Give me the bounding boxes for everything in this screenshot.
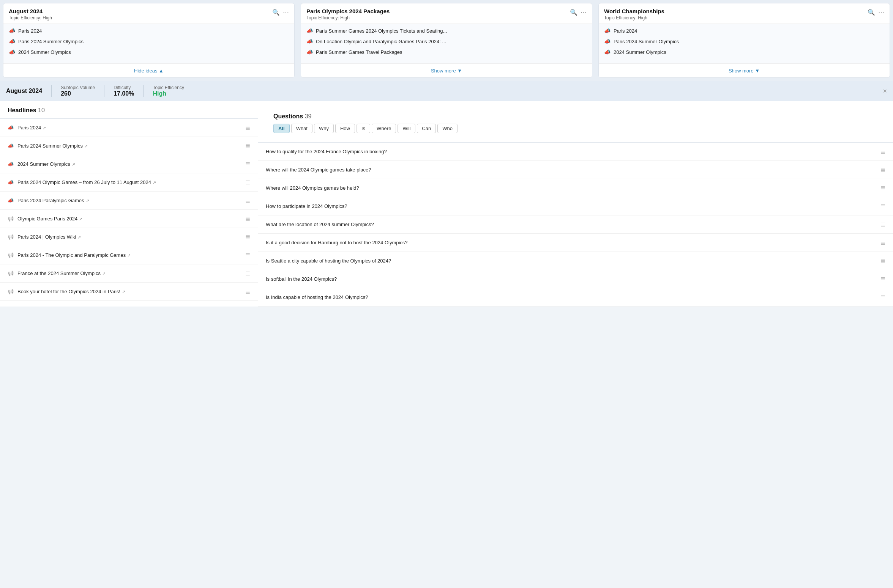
add-to-list-icon[interactable]: ≣ <box>245 288 250 295</box>
megaphone-icon: 📣 <box>8 143 14 149</box>
megaphone-icon: 📣 <box>8 179 14 185</box>
headline-item: 📣Paris 2024↗≣ <box>0 119 258 137</box>
megaphone-icon: 📣 <box>9 38 15 44</box>
show-more-link[interactable]: Show more ▼ <box>431 68 462 74</box>
search-icon[interactable]: 🔍 <box>868 9 875 16</box>
add-question-icon[interactable]: ≣ <box>880 166 885 173</box>
close-button[interactable]: × <box>883 87 887 95</box>
add-question-icon[interactable]: ≣ <box>880 184 885 192</box>
question-text: Is softball in the 2024 Olympics? <box>266 276 337 282</box>
search-icon[interactable]: 🔍 <box>570 9 577 16</box>
card-footer: Show more ▼ <box>599 63 890 77</box>
add-to-list-icon[interactable]: ≣ <box>245 142 250 149</box>
more-icon[interactable]: ⋯ <box>878 9 884 16</box>
question-text: Is Seattle a city capable of hosting the… <box>266 258 391 264</box>
search-icon[interactable]: 🔍 <box>272 9 280 16</box>
external-link-icon[interactable]: ↗ <box>72 162 75 167</box>
card-world-championships: World Championships Topic Efficiency: Hi… <box>598 3 890 78</box>
question-text: How to participate in 2024 Olympics? <box>266 203 347 209</box>
card-efficiency: Topic Efficiency: High <box>604 15 664 20</box>
list-item: 📣 2024 Summer Olympics <box>9 49 289 55</box>
add-question-icon[interactable]: ≣ <box>880 294 885 301</box>
add-to-list-icon[interactable]: ≣ <box>245 215 250 222</box>
stats-subtopic-volume: Subtopic Volume 260 <box>51 85 104 97</box>
card-header: August 2024 Topic Efficiency: High 🔍 ⋯ <box>3 3 294 24</box>
card-header: World Championships Topic Efficiency: Hi… <box>599 3 890 24</box>
megaphone-outline-icon: 📢 <box>8 252 14 258</box>
add-to-list-icon[interactable]: ≣ <box>245 160 250 168</box>
megaphone-outline-icon: 📢 <box>8 234 14 240</box>
question-item: What are the location of 2024 summer Oly… <box>258 215 893 234</box>
headline-item: 📢France at the 2024 Summer Olympics↗≣ <box>0 264 258 283</box>
headline-item: 📢Paris 2024 - The Olympic and Paralympic… <box>0 246 258 264</box>
list-item: 📣 2024 Summer Olympics <box>604 49 884 55</box>
add-question-icon[interactable]: ≣ <box>880 203 885 210</box>
subtopic-volume-label: Subtopic Volume <box>61 85 95 90</box>
card-body: 📣 Paris Summer Games 2024 Olympics Ticke… <box>301 24 592 63</box>
filter-tab-will[interactable]: Will <box>398 124 415 133</box>
filter-tab-where[interactable]: Where <box>372 124 396 133</box>
add-question-icon[interactable]: ≣ <box>880 221 885 228</box>
card-header-icons: 🔍 ⋯ <box>570 9 587 16</box>
list-item: 📣 On Location Olympic and Paralympic Gam… <box>306 38 587 44</box>
question-item: Where will the 2024 Olympic games take p… <box>258 161 893 179</box>
stats-bar: August 2024 Subtopic Volume 260 Difficul… <box>0 81 893 101</box>
filter-tab-can[interactable]: Can <box>417 124 436 133</box>
card-header-icons: 🔍 ⋯ <box>272 9 289 16</box>
megaphone-icon: 📣 <box>604 28 611 34</box>
list-item: 📣 Paris 2024 Summer Olympics <box>604 38 884 44</box>
add-question-icon[interactable]: ≣ <box>880 257 885 264</box>
add-question-icon[interactable]: ≣ <box>880 148 885 155</box>
headlines-title: Headlines 10 <box>8 107 45 113</box>
external-link-icon[interactable]: ↗ <box>84 144 88 148</box>
filter-tab-what[interactable]: What <box>291 124 312 133</box>
filter-tab-why[interactable]: Why <box>314 124 334 133</box>
add-to-list-icon[interactable]: ≣ <box>245 124 250 131</box>
question-item: How to participate in 2024 Olympics?≣ <box>258 197 893 215</box>
external-link-icon[interactable]: ↗ <box>122 289 125 294</box>
megaphone-outline-icon: 📢 <box>8 216 14 222</box>
question-text: What are the location of 2024 summer Oly… <box>266 222 374 227</box>
filter-tab-all[interactable]: All <box>273 124 290 133</box>
more-icon[interactable]: ⋯ <box>581 9 587 16</box>
external-link-icon[interactable]: ↗ <box>127 253 131 258</box>
question-item: Is softball in the 2024 Olympics?≣ <box>258 270 893 288</box>
add-to-list-icon[interactable]: ≣ <box>245 233 250 241</box>
more-icon[interactable]: ⋯ <box>283 9 289 16</box>
filter-tab-how[interactable]: How <box>335 124 355 133</box>
card-body: 📣 Paris 2024 📣 Paris 2024 Summer Olympic… <box>3 24 294 63</box>
question-item: Is it a good decision for Hamburg not to… <box>258 234 893 252</box>
add-question-icon[interactable]: ≣ <box>880 239 885 246</box>
questions-list: How to qualify for the 2024 France Olymp… <box>258 143 893 307</box>
questions-title: Questions 39 <box>273 113 311 119</box>
external-link-icon[interactable]: ↗ <box>43 126 46 130</box>
external-link-icon[interactable]: ↗ <box>102 271 106 276</box>
external-link-icon[interactable]: ↗ <box>77 235 81 239</box>
external-link-icon[interactable]: ↗ <box>79 217 82 221</box>
filter-tabs: AllWhatWhyHowIsWhereWillCanWho <box>266 120 885 138</box>
add-to-list-icon[interactable]: ≣ <box>245 197 250 204</box>
external-link-icon[interactable]: ↗ <box>86 198 89 203</box>
external-link-icon[interactable]: ↗ <box>153 180 156 185</box>
megaphone-icon: 📣 <box>8 198 14 203</box>
stats-difficulty: Difficulty 17.00% <box>104 85 143 97</box>
card-footer: Show more ▼ <box>301 63 592 77</box>
show-more-link[interactable]: Show more ▼ <box>729 68 760 74</box>
add-question-icon[interactable]: ≣ <box>880 275 885 283</box>
headline-text: Paris 2024 Olympic Games – from 26 July … <box>17 179 156 185</box>
headline-text: 2024 Summer Olympics↗ <box>17 161 75 167</box>
add-to-list-icon[interactable]: ≣ <box>245 179 250 186</box>
megaphone-icon: 📣 <box>306 49 313 55</box>
headline-text: France at the 2024 Summer Olympics↗ <box>17 270 106 276</box>
headline-item: 📣Paris 2024 Summer Olympics↗≣ <box>0 137 258 155</box>
card-header: Paris Olympics 2024 Packages Topic Effic… <box>301 3 592 24</box>
add-to-list-icon[interactable]: ≣ <box>245 270 250 277</box>
filter-tab-is[interactable]: Is <box>357 124 370 133</box>
hide-ideas-link[interactable]: Hide ideas ▲ <box>134 68 164 74</box>
questions-panel: Questions 39 AllWhatWhyHowIsWhereWillCan… <box>258 101 893 307</box>
add-to-list-icon[interactable]: ≣ <box>245 252 250 259</box>
headlines-list: 📣Paris 2024↗≣📣Paris 2024 Summer Olympics… <box>0 119 258 301</box>
question-item: How to qualify for the 2024 France Olymp… <box>258 143 893 161</box>
filter-tab-who[interactable]: Who <box>437 124 458 133</box>
question-text: Is it a good decision for Hamburg not to… <box>266 240 408 245</box>
